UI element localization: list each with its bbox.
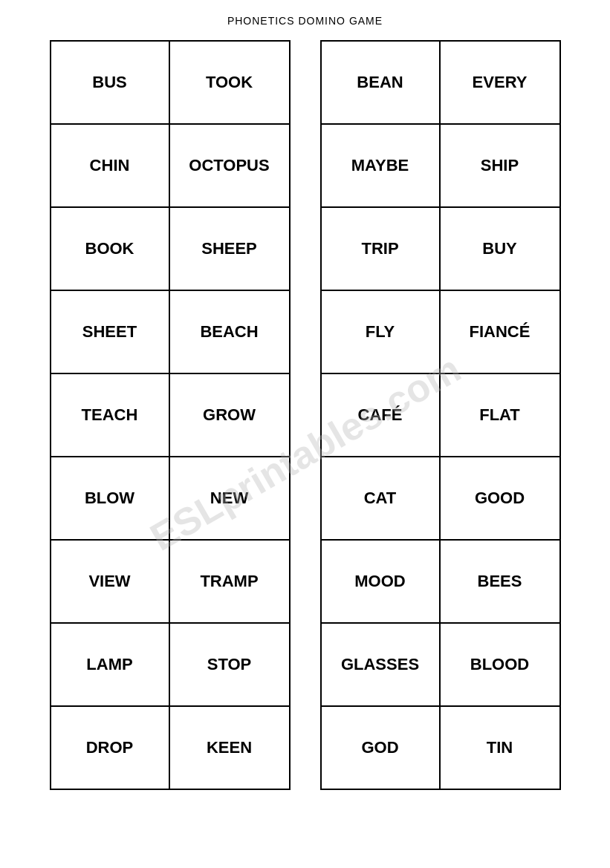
domino-row: FLYFIANCÉ — [322, 291, 559, 374]
domino-cell: BEAN — [322, 42, 441, 123]
domino-cell: TOOK — [170, 42, 289, 123]
domino-cell: TRIP — [322, 208, 441, 290]
domino-row: SHEETBEACH — [51, 291, 289, 374]
domino-cell: STOP — [170, 624, 289, 705]
domino-row: GLASSESBLOOD — [322, 624, 559, 707]
domino-cell: BUY — [441, 208, 559, 290]
domino-cell: CAT — [322, 457, 441, 539]
domino-row: GODTIN — [322, 707, 559, 789]
domino-cell: GOD — [322, 707, 441, 789]
domino-row: TEACHGROW — [51, 374, 289, 457]
domino-cell: GLASSES — [322, 624, 441, 705]
left-domino-column: BUSTOOKCHINOCTOPUSBOOKSHEEPSHEETBEACHTEA… — [50, 40, 291, 790]
domino-cell: BEES — [441, 541, 559, 622]
domino-cell: OCTOPUS — [170, 125, 289, 206]
domino-cell: FLY — [322, 291, 441, 373]
domino-cell: CAFÉ — [322, 374, 441, 456]
domino-cell: EVERY — [441, 42, 559, 123]
domino-cell: BEACH — [170, 291, 289, 373]
domino-row: LAMPSTOP — [51, 624, 289, 707]
domino-cell: MAYBE — [322, 125, 441, 206]
domino-cell: FLAT — [441, 374, 559, 456]
domino-cell: VIEW — [51, 541, 170, 622]
domino-cell: TEACH — [51, 374, 170, 456]
domino-row: CHINOCTOPUS — [51, 125, 289, 208]
domino-cell: LAMP — [51, 624, 170, 705]
domino-cell: KEEN — [170, 707, 289, 789]
right-domino-column: BEANEVERYMAYBESHIPTRIPBUYFLYFIANCÉCAFÉFL… — [320, 40, 561, 790]
page-title: PHONETICS DOMINO GAME — [227, 15, 383, 27]
domino-cell: SHIP — [441, 125, 559, 206]
content-wrapper: ESLprintables.com BUSTOOKCHINOCTOPUSBOOK… — [22, 40, 588, 790]
domino-row: MOODBEES — [322, 541, 559, 624]
domino-cell: BOOK — [51, 208, 170, 290]
domino-row: BEANEVERY — [322, 42, 559, 125]
domino-cell: BUS — [51, 42, 170, 123]
domino-cell: SHEEP — [170, 208, 289, 290]
domino-cell: NEW — [170, 457, 289, 539]
domino-row: CATGOOD — [322, 457, 559, 541]
domino-row: BOOKSHEEP — [51, 208, 289, 291]
domino-cell: BLOOD — [441, 624, 559, 705]
domino-cell: GOOD — [441, 457, 559, 539]
domino-row: BUSTOOK — [51, 42, 289, 125]
domino-row: VIEWTRAMP — [51, 541, 289, 624]
domino-cell: TIN — [441, 707, 559, 789]
domino-cell: DROP — [51, 707, 170, 789]
domino-cell: GROW — [170, 374, 289, 456]
domino-row: TRIPBUY — [322, 208, 559, 291]
domino-cell: SHEET — [51, 291, 170, 373]
domino-row: CAFÉFLAT — [322, 374, 559, 457]
domino-cell: TRAMP — [170, 541, 289, 622]
domino-row: DROPKEEN — [51, 707, 289, 789]
domino-cell: BLOW — [51, 457, 170, 539]
domino-cell: CHIN — [51, 125, 170, 206]
domino-row: BLOWNEW — [51, 457, 289, 541]
domino-row: MAYBESHIP — [322, 125, 559, 208]
domino-container: BUSTOOKCHINOCTOPUSBOOKSHEEPSHEETBEACHTEA… — [22, 40, 588, 790]
domino-cell: MOOD — [322, 541, 441, 622]
domino-cell: FIANCÉ — [441, 291, 559, 373]
